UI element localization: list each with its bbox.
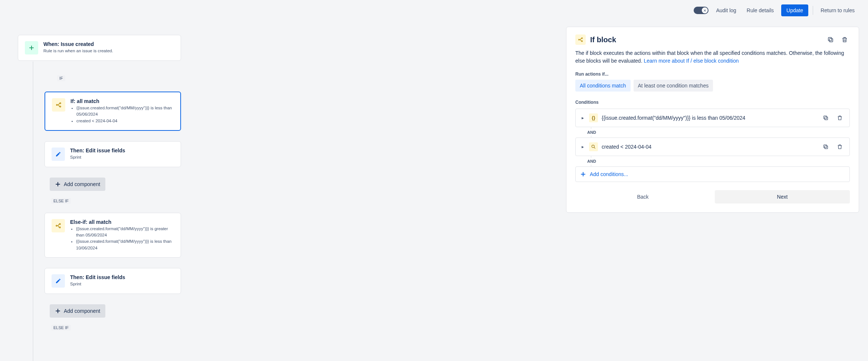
svg-point-0 xyxy=(56,105,57,106)
all-conditions-chip[interactable]: All conditions match xyxy=(575,80,631,92)
and-label: AND xyxy=(585,129,598,136)
svg-point-7 xyxy=(582,38,583,39)
learn-more-link[interactable]: Learn more about If / else block conditi… xyxy=(644,58,739,64)
toggle-knob-off-icon: ✕ xyxy=(702,7,708,13)
topbar: ✕ Audit log Rule details Update Return t… xyxy=(683,0,868,21)
branch-icon xyxy=(52,219,65,232)
svg-point-6 xyxy=(579,39,580,40)
add-conditions-button[interactable]: Add conditions... xyxy=(575,166,850,182)
if-title: If: all match xyxy=(70,98,174,104)
trigger-card[interactable]: When: Issue created Rule is run when an … xyxy=(18,35,181,61)
elseif-label-2: ELSE IF xyxy=(51,325,71,331)
plus-icon xyxy=(25,41,38,54)
delete-condition-button[interactable] xyxy=(835,113,845,123)
and-label: AND xyxy=(585,158,598,165)
rule-enable-toggle[interactable]: ✕ xyxy=(694,7,708,14)
pencil-icon xyxy=(52,274,65,288)
elseif-bullet-2: {{issue.created.format("dd/MM/yyyy")}} i… xyxy=(76,238,174,251)
rule-details-link[interactable]: Rule details xyxy=(744,5,777,16)
svg-point-2 xyxy=(60,106,61,107)
condition-row-1[interactable]: ▸ {} {{issue.created.format("dd/MM/yyyy"… xyxy=(575,109,850,127)
update-button[interactable]: Update xyxy=(781,4,808,16)
then1-subtitle: Sprint xyxy=(70,154,125,160)
svg-point-5 xyxy=(59,227,60,228)
any-condition-chip[interactable]: At least one condition matches xyxy=(634,80,713,92)
condition-row-2[interactable]: ▸ created < 2024-04-04 xyxy=(575,138,850,156)
smart-value-icon: {} xyxy=(589,113,598,122)
next-button[interactable]: Next xyxy=(715,190,850,203)
back-button[interactable]: Back xyxy=(575,190,710,203)
if-bullet-2: created < 2024-04-04 xyxy=(76,118,174,124)
svg-point-3 xyxy=(56,225,57,226)
svg-rect-11 xyxy=(825,117,828,120)
jql-icon xyxy=(589,142,598,151)
audit-log-link[interactable]: Audit log xyxy=(713,5,739,16)
pencil-icon xyxy=(52,148,65,161)
svg-point-4 xyxy=(59,223,60,225)
duplicate-condition-button[interactable] xyxy=(821,142,831,152)
svg-point-13 xyxy=(592,145,594,148)
then2-title: Then: Edit issue fields xyxy=(70,274,125,280)
svg-rect-12 xyxy=(824,116,827,119)
condition-2-text: created < 2024-04-04 xyxy=(602,144,817,150)
add-component-label: Add component xyxy=(64,308,100,314)
panel-footer: Back Next xyxy=(575,190,850,203)
delete-button[interactable] xyxy=(839,34,850,45)
add-component-button-2[interactable]: Add component xyxy=(50,304,105,318)
then-edit-card-2[interactable]: Then: Edit issue fields Sprint xyxy=(45,268,181,294)
plus-icon xyxy=(55,308,61,314)
match-mode-selector: All conditions match At least one condit… xyxy=(575,80,850,92)
plus-icon xyxy=(55,181,61,187)
chevron-right-icon[interactable]: ▸ xyxy=(580,115,585,120)
elseif-title: Else-if: all match xyxy=(70,219,174,225)
if-bullets: {{issue.created.format("dd/MM/yyyy")}} i… xyxy=(70,105,174,124)
duplicate-condition-button[interactable] xyxy=(821,113,831,123)
panel-title: If block xyxy=(590,36,616,44)
rule-tree: When: Issue created Rule is run when an … xyxy=(18,35,181,331)
elseif-bullets: {{issue.created.format("dd/MM/yyyy")}} i… xyxy=(70,226,174,251)
tree-connector-line xyxy=(33,62,33,361)
if-bullet-1: {{issue.created.format("dd/MM/yyyy")}} i… xyxy=(76,105,174,118)
svg-point-8 xyxy=(582,41,583,42)
elseif-block-card[interactable]: Else-if: all match {{issue.created.forma… xyxy=(45,213,181,258)
add-component-button-1[interactable]: Add component xyxy=(50,178,105,191)
elseif-label-1: ELSE IF xyxy=(51,198,71,204)
duplicate-button[interactable] xyxy=(825,34,836,45)
chevron-right-icon[interactable]: ▸ xyxy=(580,144,585,149)
add-component-label: Add component xyxy=(64,181,100,187)
run-actions-label: Run actions if... xyxy=(575,72,850,77)
svg-rect-10 xyxy=(828,37,832,41)
then2-subtitle: Sprint xyxy=(70,281,125,287)
and-connector-2: AND xyxy=(575,156,850,166)
add-conditions-label: Add conditions... xyxy=(590,171,628,177)
and-connector-1: AND xyxy=(575,127,850,138)
svg-rect-9 xyxy=(829,39,833,42)
if-label: IF xyxy=(57,75,65,81)
then1-title: Then: Edit issue fields xyxy=(70,148,125,153)
branch-icon xyxy=(52,98,65,112)
trigger-subtitle: Rule is run when an issue is created. xyxy=(43,48,113,54)
delete-condition-button[interactable] xyxy=(835,142,845,152)
condition-1-text: {{issue.created.format("dd/MM/yyyy")}} i… xyxy=(602,115,817,121)
elseif-bullet-1: {{issue.created.format("dd/MM/yyyy")}} i… xyxy=(76,226,174,239)
if-block-panel: If block The if block executes the actio… xyxy=(566,27,859,213)
then-edit-card-1[interactable]: Then: Edit issue fields Sprint xyxy=(45,141,181,167)
panel-header: If block xyxy=(575,34,850,45)
branch-icon xyxy=(575,34,586,45)
panel-description: The if block executes the actions within… xyxy=(575,49,850,65)
svg-point-1 xyxy=(60,103,61,104)
plus-icon xyxy=(580,171,586,177)
svg-rect-14 xyxy=(825,146,828,149)
conditions-label: Conditions xyxy=(575,100,850,105)
trigger-title: When: Issue created xyxy=(43,41,113,47)
return-to-rules-link[interactable]: Return to rules xyxy=(818,5,858,16)
svg-rect-15 xyxy=(824,145,827,148)
divider xyxy=(813,6,813,15)
if-block-card[interactable]: If: all match {{issue.created.format("dd… xyxy=(45,92,181,131)
